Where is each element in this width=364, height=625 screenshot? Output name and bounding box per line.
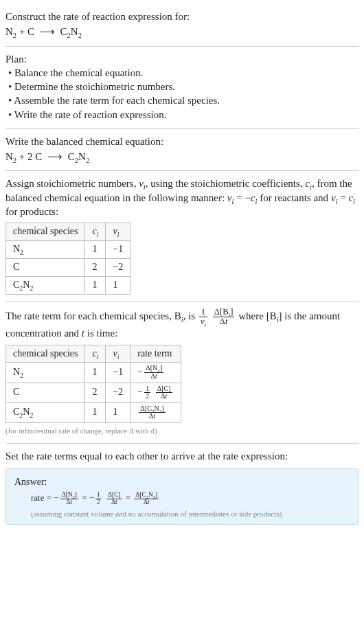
- cell-species: C: [6, 383, 85, 402]
- answer-assumption: (assuming constant volume and no accumul…: [14, 509, 350, 519]
- cell-species: N2: [6, 240, 85, 258]
- table-row: C2−2: [6, 258, 130, 276]
- plan-step: Assemble the rate term for each chemical…: [8, 93, 359, 107]
- balanced-equation: N2 + 2 C ⟶ C2N2: [5, 150, 359, 163]
- cell-nui: −1: [106, 240, 130, 258]
- cell-ci: 2: [85, 383, 106, 402]
- cell-species: N2: [6, 363, 85, 383]
- cell-rateterm: Δ[C2N2]Δt: [130, 402, 181, 422]
- cell-nui: 1: [106, 276, 130, 294]
- assign-section: Assign stoichiometric numbers, νi, using…: [5, 172, 359, 299]
- col-nui: νi: [106, 345, 130, 363]
- cell-species: C2N2: [6, 276, 85, 294]
- col-nui: νi: [106, 223, 130, 241]
- table-row: N21−1: [6, 240, 130, 258]
- cell-ci: 1: [85, 402, 106, 422]
- assign-text: Assign stoichiometric numbers, νi, using…: [5, 177, 359, 218]
- table-row: C2N211: [6, 276, 130, 294]
- cell-species: C2N2: [6, 402, 85, 422]
- col-ci: ci: [85, 345, 106, 363]
- cell-rateterm: −Δ[N2]Δt: [130, 363, 181, 383]
- cell-nui: −2: [106, 383, 130, 402]
- divider: [5, 170, 359, 171]
- cell-ci: 1: [85, 276, 106, 294]
- divider: [5, 46, 359, 47]
- balanced-heading: Write the balanced chemical equation:: [5, 135, 359, 148]
- plan-step: Write the rate of reaction expression.: [8, 108, 359, 122]
- plan-section: Plan: Balance the chemical equation.Dete…: [5, 48, 359, 127]
- col-ci: ci: [85, 223, 106, 241]
- col-species: chemical species: [6, 223, 85, 241]
- cell-nui: −2: [106, 258, 130, 276]
- table-row: C2−2−12 Δ[C]Δt: [6, 383, 181, 402]
- rateterm-text: The rate term for each chemical species,…: [5, 308, 359, 341]
- rateterm-table: chemical speciesciνirate termN21−1−Δ[N2]…: [5, 345, 181, 423]
- cell-nui: 1: [106, 402, 130, 422]
- conclude-section: Set the rate terms equal to each other t…: [5, 445, 359, 531]
- divider: [5, 302, 359, 302]
- balanced-section: Write the balanced chemical equation: N2…: [5, 130, 359, 170]
- rateterm-section: The rate term for each chemical species,…: [5, 304, 359, 442]
- prompt-section: Construct the rate of reaction expressio…: [5, 5, 359, 45]
- plan-step: Determine the stoichiometric numbers.: [8, 80, 359, 93]
- prompt-text: Construct the rate of reaction expressio…: [5, 10, 359, 23]
- cell-ci: 2: [85, 258, 106, 276]
- plan-steps-list: Balance the chemical equation.Determine …: [5, 66, 359, 122]
- rate-expression: rate = −Δ[N2]Δt = −12 Δ[C]Δt = Δ[C2N2]Δt: [14, 492, 350, 506]
- table-row: C2N211Δ[C2N2]Δt: [6, 402, 181, 422]
- col-rateterm: rate term: [130, 345, 181, 363]
- cell-species: C: [6, 258, 85, 276]
- divider: [5, 443, 359, 444]
- cell-ci: 1: [85, 240, 106, 258]
- conclude-heading: Set the rate terms equal to each other t…: [5, 449, 359, 463]
- plan-step: Balance the chemical equation.: [8, 66, 359, 80]
- table-row: N21−1−Δ[N2]Δt: [6, 363, 181, 383]
- answer-label: Answer:: [14, 476, 350, 489]
- unbalanced-equation: N2 + C ⟶ C2N2: [5, 25, 359, 38]
- col-species: chemical species: [6, 345, 85, 363]
- cell-rateterm: −12 Δ[C]Δt: [130, 383, 181, 402]
- stoich-table: chemical speciesciνiN21−1C2−2C2N211: [5, 223, 130, 295]
- rateterm-caption: (for infinitesimal rate of change, repla…: [5, 426, 359, 436]
- cell-nui: −1: [106, 363, 130, 383]
- plan-heading: Plan:: [5, 52, 359, 66]
- cell-ci: 1: [85, 363, 106, 383]
- answer-box: Answer: rate = −Δ[N2]Δt = −12 Δ[C]Δt = Δ…: [5, 468, 359, 525]
- divider: [5, 128, 359, 129]
